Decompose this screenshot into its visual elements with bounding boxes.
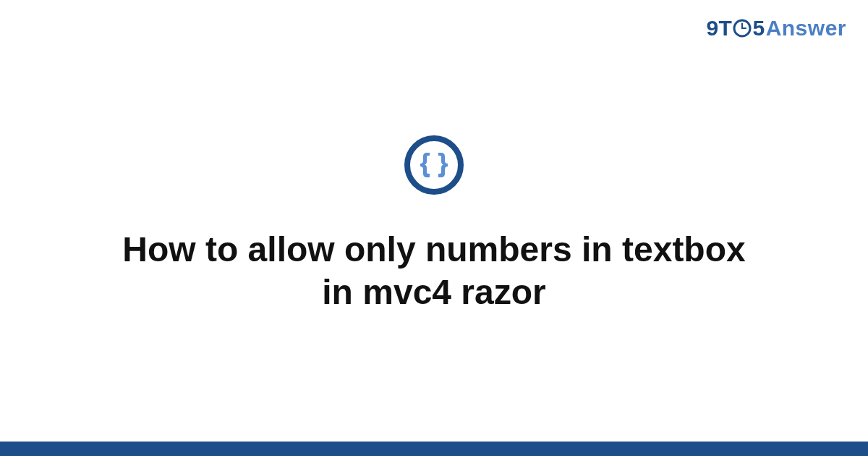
page-title: How to allow only numbers in textbox in … <box>109 229 760 313</box>
main-content: How to allow only numbers in textbox in … <box>0 0 868 442</box>
svg-point-3 <box>407 138 461 192</box>
footer-accent-bar <box>0 442 868 456</box>
code-braces-icon <box>404 135 464 195</box>
